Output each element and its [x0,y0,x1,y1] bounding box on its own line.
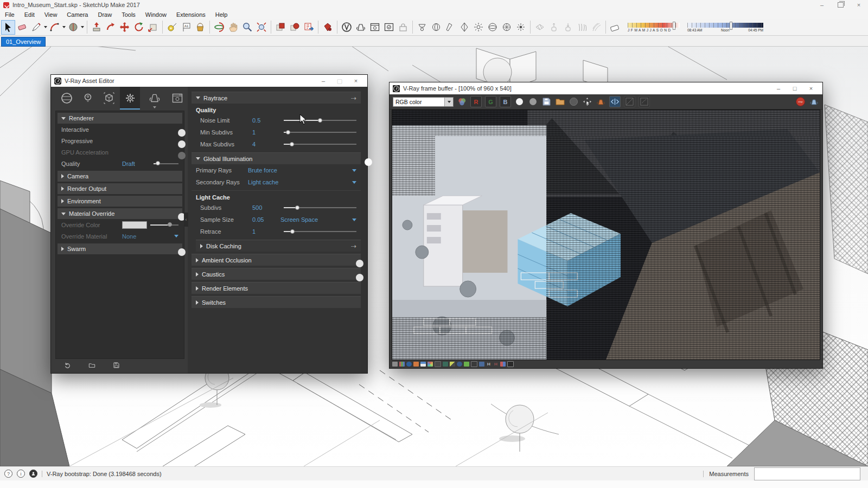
date-slider-knob[interactable] [673,22,675,30]
vray-render-button[interactable] [354,20,368,35]
shadow-date-control[interactable]: J F M A M J J A S O N D [628,23,680,32]
section-switches[interactable]: Switches [192,296,361,308]
secondary-rays-value[interactable]: Light cache [248,179,278,185]
subdivs-value[interactable]: 500 [252,204,280,211]
vray-batch-render-button[interactable] [382,20,396,35]
advanced-mode-switch-icon[interactable]: ⇢ [351,94,356,102]
menu-camera[interactable]: Camera [62,11,93,18]
retrace-slider[interactable] [284,231,356,232]
vray-lock-button[interactable] [396,20,410,35]
zoom-tool-button[interactable] [240,20,254,35]
flip-image-icon[interactable] [420,362,426,367]
section-global-illumination[interactable]: Global Illumination [192,152,361,164]
min-subdivs-value[interactable]: 1 [252,129,280,136]
green-channel-button[interactable]: G [485,96,496,107]
close-button[interactable]: × [850,0,868,10]
primary-rays-value[interactable]: Brute force [248,167,277,174]
max-subdivs-slider[interactable] [284,144,356,145]
minimize-button[interactable]: – [813,0,831,10]
clip-tool-button[interactable] [589,20,603,35]
vray-asset-editor-button[interactable] [340,20,354,35]
orbit-tool-button[interactable] [212,20,226,35]
menu-file[interactable]: File [0,11,20,18]
time-slider-knob[interactable] [730,22,732,30]
pushpull-tool-button[interactable] [90,20,104,35]
color-balance-icon[interactable] [464,362,469,367]
sample-size-mode[interactable]: Screen Space [280,216,318,223]
move-tool-button[interactable] [118,20,132,35]
section-render-elements[interactable]: Render Elements [192,282,361,294]
zoom-extents-tool-button[interactable] [254,20,269,35]
show-vfb-settings-icon[interactable] [392,362,398,367]
render-last-button[interactable] [596,97,606,107]
credits-info-icon[interactable]: i [17,470,25,478]
component-red-button-2[interactable] [288,20,302,35]
open-frame-buffer-button[interactable] [168,87,188,110]
dropdown-button[interactable] [444,98,453,106]
pixel-info-icon[interactable] [435,361,441,367]
scale-tool-button[interactable] [146,20,160,35]
line-tool-button[interactable] [29,20,43,35]
section-disk-caching[interactable]: Disk Caching⇢ [196,240,361,252]
stop-render-button[interactable]: stop [795,97,806,107]
soften-eraser-button[interactable] [608,20,622,35]
render-teapot-button[interactable] [142,87,167,110]
sandbox-smoove-down-button[interactable] [561,20,575,35]
dropdown-chevron-icon[interactable] [352,169,356,172]
use-lut-button[interactable] [624,96,635,107]
display-colors-icon[interactable] [399,362,405,367]
menu-tools[interactable]: Tools [117,11,141,18]
quality-slider[interactable] [154,163,178,164]
shadow-date-slider[interactable] [628,23,680,28]
dropdown-chevron-icon[interactable] [352,181,356,184]
paint-bucket-tool-button[interactable] [193,20,207,35]
frame-buffer-close-button[interactable]: × [803,85,819,92]
clear-image-button[interactable] [569,97,579,107]
show-corrections-button[interactable] [639,96,650,107]
sign-in-user-icon[interactable] [29,470,37,478]
frame-buffer-maximize-button[interactable]: □ [787,85,803,92]
scene-tab-01-overview[interactable]: 01_Overview [1,37,46,47]
section-render-output[interactable]: Render Output [58,183,182,194]
section-raytrace[interactable]: Raytrace⇢ [192,92,361,104]
shadow-time-slider[interactable] [687,23,763,28]
override-color-slider[interactable] [150,224,178,226]
section-renderer[interactable]: Renderer [58,113,182,124]
rotate-tool-button[interactable] [132,20,146,35]
asset-editor-close-button[interactable]: × [348,78,364,85]
shape-tool-dropdown[interactable] [80,20,85,35]
noise-limit-slider[interactable] [284,120,356,121]
quality-value[interactable]: Draft [122,160,150,167]
asset-editor-maximize-button[interactable]: ▢ [331,78,348,85]
tab-geometry[interactable] [99,87,119,110]
save-image-button[interactable] [541,97,552,107]
section-ambient-occlusion[interactable]: Ambient Occlusion [192,254,361,266]
monochrome-button[interactable] [528,97,538,107]
channel-select-dropdown[interactable]: RGB color [393,97,454,107]
region-render-icon[interactable] [413,362,419,367]
vray-spot-light-button[interactable] [443,20,457,35]
lut-icon[interactable] [479,362,484,367]
tab-materials[interactable] [56,87,76,110]
vray-omni-light-button[interactable] [471,20,486,35]
retrace-value[interactable]: 1 [252,228,280,235]
arc-tool-button[interactable] [48,20,62,35]
min-subdivs-slider[interactable] [284,132,356,133]
section-swarm[interactable]: Swarm [58,243,182,254]
menu-extensions[interactable]: Extensions [171,11,210,18]
advanced-mode-switch-icon[interactable]: ⇢ [351,242,356,250]
frame-buffer-minimize-button[interactable]: – [770,85,787,92]
measurements-input[interactable] [754,467,860,480]
color-wheel-icon[interactable] [427,362,433,367]
section-caustics[interactable]: Caustics [192,268,361,280]
vray-mesh-light-button[interactable] [514,20,528,35]
make-fur-button[interactable] [575,20,589,35]
pan-tool-button[interactable] [226,20,240,35]
render-image-area[interactable] [392,110,820,360]
sample-size-value[interactable]: 0.05 [252,216,280,223]
restore-button[interactable] [831,0,850,10]
track-mouse-render-button[interactable] [582,97,592,107]
followme-tool-button[interactable] [104,20,118,35]
max-subdivs-value[interactable]: 4 [252,141,280,147]
override-material-value[interactable]: None [122,233,136,240]
